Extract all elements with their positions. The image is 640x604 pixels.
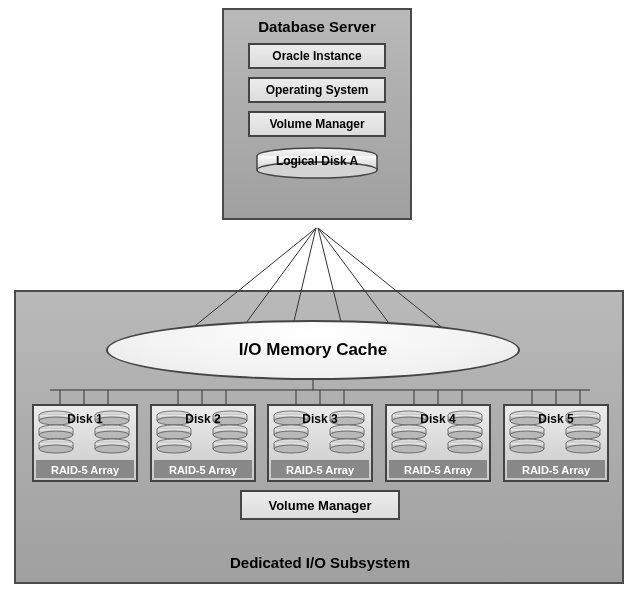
io-subsystem-title: Dedicated I/O Subsystem [0,554,640,571]
disk-5-box: Disk 5 RAID-5 Array [503,404,609,482]
disk-name: Disk 2 [152,412,254,426]
disk-name: Disk 4 [387,412,489,426]
database-server-panel: Database Server Oracle Instance Operatin… [222,8,412,220]
disk-name: Disk 1 [34,412,136,426]
disk-4-box: Disk 4 RAID-5 Array [385,404,491,482]
disk-2-box: Disk 2 RAID-5 Array [150,404,256,482]
raid-label: RAID-5 Array [269,464,371,476]
disk-name: Disk 3 [269,412,371,426]
oracle-instance-box: Oracle Instance [248,43,386,69]
disk-name: Disk 5 [505,412,607,426]
subsystem-volume-manager-box: Volume Manager [240,490,400,520]
raid-label: RAID-5 Array [387,464,489,476]
raid-label: RAID-5 Array [505,464,607,476]
raid-label: RAID-5 Array [152,464,254,476]
disk-3-box: Disk 3 RAID-5 Array [267,404,373,482]
raid-label: RAID-5 Array [34,464,136,476]
logical-disk-label: Logical Disk A [248,154,386,168]
database-server-title: Database Server [224,10,410,37]
disk-1-box: Disk 1 RAID-5 Array [32,404,138,482]
volume-manager-box: Volume Manager [248,111,386,137]
io-memory-cache: I/O Memory Cache [106,320,520,380]
operating-system-box: Operating System [248,77,386,103]
diagram-canvas: Database Server Oracle Instance Operatin… [0,0,640,604]
logical-disk-cylinder: Logical Disk A [248,145,386,195]
